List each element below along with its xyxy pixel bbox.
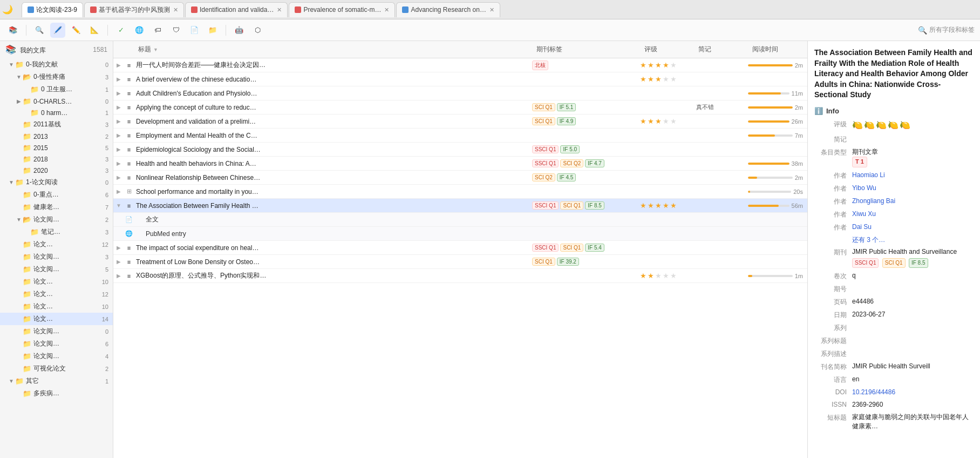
table-row[interactable]: ▶ ≡ Treatment of Low Bone Density or Ost… <box>113 255 807 269</box>
sidebar-item-lunwen7[interactable]: 📁论文…14 <box>0 313 113 325</box>
sidebar-item-lunwenyue1[interactable]: ▼ 📂论文阅…2 <box>0 213 113 226</box>
info-value-author3[interactable]: Zhongliang Bai <box>852 197 974 206</box>
row-title-14: XGBoost的原理、公式推导、Python实现和… <box>134 271 532 280</box>
sidebar-item-lunwen2[interactable]: 📁论文阅…3 <box>0 251 113 263</box>
th-title[interactable]: 标题 ▼ <box>134 45 532 54</box>
tab-1[interactable]: 论文阅读-23-9 <box>22 2 83 17</box>
table-row[interactable]: ▶ ⊞ School performance and mortality in … <box>113 185 807 199</box>
row-rating-1: ★★★★★ <box>640 61 694 69</box>
graph-button[interactable]: ⬡ <box>250 23 265 38</box>
info-value-author2[interactable]: Yibo Wu <box>852 184 974 193</box>
row-expand-1[interactable]: ▶ <box>113 62 124 68</box>
row-expand-11[interactable]: ▼ <box>113 203 124 208</box>
search-button[interactable]: 🔍 <box>32 23 47 38</box>
sidebar-item-biji[interactable]: 📁笔记…3 <box>0 226 113 238</box>
sidebar-item-lunwen9[interactable]: 📁论文阅…6 <box>0 338 113 350</box>
table-row[interactable]: ▶ ≡ XGBoost的原理、公式推导、Python实现和… ★★★★★ 1m <box>113 269 807 283</box>
sidebar-item-0-weisheng[interactable]: 📁0 卫生服…1 <box>0 83 113 96</box>
highlight-button[interactable]: 🖊️ <box>50 23 65 38</box>
row-time-1: 2m <box>748 62 807 69</box>
tab-close-4[interactable]: ✕ <box>384 6 389 14</box>
info-value-author1[interactable]: Haomiao Li <box>852 171 974 180</box>
sidebar-item-0-CHARLS[interactable]: ▶ 📁0-CHARLS…0 <box>0 96 113 107</box>
row-expand-8[interactable]: ▶ <box>113 160 124 166</box>
shield-button[interactable]: 🛡 <box>168 23 183 38</box>
tab-4[interactable]: Prevalence of somatic-m… ✕ <box>289 2 395 17</box>
globe-button[interactable]: 🌐 <box>132 23 147 38</box>
tab-close-3[interactable]: ✕ <box>277 6 282 14</box>
sub-row-pdf[interactable]: 📄 全文 <box>113 213 807 227</box>
tab-2[interactable]: 基于机器学习的中风预测 ✕ <box>84 2 184 17</box>
row-expand-7[interactable]: ▶ <box>113 146 124 152</box>
tag-button[interactable]: 🏷 <box>150 23 165 38</box>
table-row[interactable]: ▶ ≡ Nonlinear Relationship Between Chine… <box>113 171 807 185</box>
sidebar-item-0-wdc[interactable]: ▼ 📁0-我的文献0 <box>0 58 113 71</box>
th-note[interactable]: 简记 <box>694 45 748 54</box>
moon-icon: 🌙 <box>2 4 13 15</box>
tab-close-5[interactable]: ✕ <box>489 6 494 14</box>
sidebar-item-lunwen3[interactable]: 📁论文阅…5 <box>0 263 113 275</box>
row-expand-10[interactable]: ▶ <box>113 188 124 194</box>
table-row-active[interactable]: ▼ ≡ The Association Between Family Healt… <box>113 199 807 213</box>
sidebar-item-0-manxing[interactable]: ▼ 📂0-慢性疼痛3 <box>0 71 113 83</box>
sidebar-item-2011[interactable]: 📁2011基线3 <box>0 118 113 131</box>
info-value-rating[interactable]: 🍋🍋🍋🍋🍋 <box>852 119 974 131</box>
folder-button[interactable]: 📁 <box>205 23 220 38</box>
shapes-button[interactable]: 📐 <box>87 23 102 38</box>
row-expand-13[interactable]: ▶ <box>113 259 124 265</box>
sidebar-item-lunwen1[interactable]: 📁论文…12 <box>0 238 113 251</box>
info-value-doi[interactable]: 10.2196/44486 <box>852 388 974 397</box>
tab-close-2[interactable]: ✕ <box>173 6 178 14</box>
sidebar-item-2018[interactable]: 📁20183 <box>0 153 113 165</box>
table-row[interactable]: ▶ ≡ 用一代人时间弥合差距——健康社会决定因… 北核 ★★★★★ 2m <box>113 58 807 72</box>
sidebar-item-keshihua[interactable]: 📁可视化论文2 <box>0 362 113 375</box>
sidebar-item-qita[interactable]: ▼ 📁其它1 <box>0 375 113 387</box>
row-expand-2[interactable]: ▶ <box>113 76 124 82</box>
row-expand-5[interactable]: ▶ <box>113 118 124 124</box>
sidebar-item-1-lunyue[interactable]: ▼ 📁1-论文阅读0 <box>0 176 113 188</box>
info-label-author: 作者 <box>814 171 847 180</box>
info-value-pages: e44486 <box>852 297 974 306</box>
row-title-4: Applying the concept of culture to reduc… <box>134 104 532 111</box>
sidebar-item-lunwen8[interactable]: 📁论文阅…0 <box>0 325 113 338</box>
sidebar-item-2015[interactable]: 📁20155 <box>0 142 113 153</box>
row-expand-12[interactable]: ▶ <box>113 245 124 251</box>
library-button[interactable]: 📚 <box>5 23 21 38</box>
th-time[interactable]: 阅读时间 <box>748 45 807 54</box>
row-expand-14[interactable]: ▶ <box>113 273 124 279</box>
info-value-author5[interactable]: Dai Su <box>852 223 974 232</box>
table-row[interactable]: ▶ ≡ Applying the concept of culture to r… <box>113 100 807 114</box>
file-button[interactable]: 📄 <box>187 23 202 38</box>
tab-5[interactable]: Advancing Research on… ✕ <box>396 2 500 17</box>
table-row[interactable]: ▶ ≡ Epidemiological Sociology and the So… <box>113 143 807 157</box>
table-row[interactable]: ▶ ≡ Adult Children's Education and Physi… <box>113 86 807 100</box>
th-rating[interactable]: 评级 <box>640 45 694 54</box>
table-row[interactable]: ▶ ≡ Development and validation of a prel… <box>113 114 807 129</box>
sidebar-item-lunwen4[interactable]: 📁论文…10 <box>0 275 113 288</box>
table-row[interactable]: ▶ ≡ A brief overview of the chinese educ… <box>113 72 807 86</box>
ai-button[interactable]: 🤖 <box>232 23 247 38</box>
row-expand-3[interactable]: ▶ <box>113 90 124 96</box>
sub-row-pubmed[interactable]: 🌐 PubMed entry <box>113 227 807 241</box>
row-expand-9[interactable]: ▶ <box>113 174 124 180</box>
th-tags[interactable]: 期刊标签 <box>532 45 640 54</box>
tab-3[interactable]: Identification and valida… ✕ <box>185 2 288 17</box>
sidebar-item-lunwen5[interactable]: 📁论文…12 <box>0 288 113 300</box>
sidebar-item-duosheng[interactable]: 📁多疾病… <box>0 387 113 400</box>
sidebar-item-0-harm[interactable]: 📁0 harm…1 <box>0 107 113 118</box>
sidebar-item-2013[interactable]: 📁20132 <box>0 131 113 142</box>
sidebar-item-0-zhongdian[interactable]: 📁0-重点…6 <box>0 188 113 201</box>
sidebar-item-lunwen6[interactable]: 📁论文…10 <box>0 300 113 313</box>
row-expand-6[interactable]: ▶ <box>113 132 124 138</box>
table-row[interactable]: ▶ ≡ Employment and Mental Health of the … <box>113 129 807 143</box>
info-value-more-authors[interactable]: 还有 3 个… <box>852 235 974 245</box>
annotate-button[interactable]: ✏️ <box>69 23 84 38</box>
check-button[interactable]: ✓ <box>113 23 128 38</box>
sidebar-item-2020[interactable]: 📁20203 <box>0 165 113 176</box>
table-row[interactable]: ▶ ≡ The impact of social expenditure on … <box>113 241 807 255</box>
info-value-author4[interactable]: Xiwu Xu <box>852 210 974 219</box>
sidebar-item-jiankang[interactable]: 📁健康老…7 <box>0 201 113 213</box>
table-row[interactable]: ▶ ≡ Health and health behaviors in China… <box>113 157 807 171</box>
row-expand-4[interactable]: ▶ <box>113 104 124 110</box>
sidebar-item-lunwen10[interactable]: 📁论文阅…4 <box>0 350 113 362</box>
